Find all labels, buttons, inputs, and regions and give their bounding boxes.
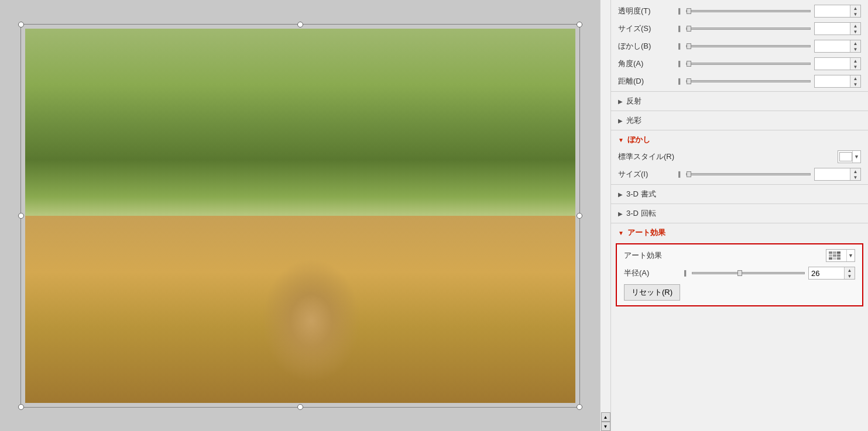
canvas-scrollbar: ▲ ▼ [600,0,610,431]
angle-input[interactable] [815,60,850,68]
image-content[interactable] [25,29,575,403]
grid-cell-7 [829,257,832,260]
grid-cell-5 [833,254,836,257]
size-i-slider[interactable] [686,173,811,175]
blur-b-slider[interactable] [686,45,811,47]
standard-style-button[interactable]: ▼ [838,150,861,163]
angle-up[interactable]: ▲ [850,58,860,64]
radius-slider[interactable] [692,272,805,274]
radius-input[interactable] [809,269,844,278]
blur-b-up[interactable]: ▲ [850,40,860,46]
reflection-section[interactable]: ▶ 反射 [611,93,868,109]
angle-label: 角度(A) [618,58,677,69]
grid-cell-8 [833,257,836,260]
blur-b-input[interactable] [815,42,850,51]
blur-b-slider-icon: ▐ [677,43,680,49]
size-i-down[interactable]: ▼ [850,174,860,180]
blur-b-arrows: ▲ ▼ [850,40,860,52]
art-effect-dropdown-arrow[interactable]: ▼ [846,250,853,261]
size-i-spinbox[interactable]: ▲ ▼ [814,168,861,181]
radius-label: 半径(A) [624,268,682,278]
transparency-up[interactable]: ▲ [850,5,860,11]
handle-bottom-center[interactable] [297,404,303,410]
style-dropdown-arrow[interactable]: ▼ [852,151,859,163]
reflection-arrow: ▶ [618,98,623,105]
threed-rotation-title: 3-D 回転 [626,208,656,219]
size-s-input[interactable] [815,25,850,33]
distance-row: 距離(D) ▐ ▲ ▼ [611,73,868,90]
handle-middle-right[interactable] [577,213,582,219]
transparency-slider[interactable] [686,10,811,12]
divider-4 [611,184,868,185]
blur-section-arrow: ▼ [618,137,624,143]
divider-6 [611,223,868,223]
standard-style-row: 標準スタイル(R) ▼ [611,148,868,165]
scroll-up-button[interactable]: ▲ [601,412,610,422]
size-s-label: サイズ(S) [618,23,677,34]
threed-format-section[interactable]: ▶ 3-D 書式 [611,186,868,202]
distance-input[interactable] [815,77,850,86]
blur-section-title: ぼかし [627,135,650,145]
glow-section[interactable]: ▶ 光彩 [611,112,868,129]
handle-top-right[interactable] [577,22,582,27]
size-s-up[interactable]: ▲ [850,23,860,29]
size-s-spinbox[interactable]: ▲ ▼ [814,22,861,35]
art-effect-grid-icon [828,250,842,261]
size-i-up[interactable]: ▲ [850,168,860,174]
art-effect-label: アート効果 [624,250,682,261]
art-effect-arrow: ▼ [618,230,624,236]
art-effect-button[interactable]: ▼ [826,249,855,262]
blur-b-label: ぼかし(B) [618,41,677,51]
glow-arrow: ▶ [618,118,623,124]
angle-arrows: ▲ ▼ [850,58,860,70]
radius-up[interactable]: ▲ [845,267,855,273]
size-s-slider[interactable] [686,27,811,30]
handle-top-center[interactable] [297,22,303,27]
distance-down[interactable]: ▼ [850,81,860,87]
art-effect-section[interactable]: ▼ アート効果 [611,225,868,241]
radius-row: 半径(A) ▐ ▲ ▼ [617,264,862,282]
transparency-spinbox[interactable]: ▲ ▼ [814,5,861,18]
threed-format-arrow: ▶ [618,191,623,198]
size-i-label: サイズ(I) [618,169,677,180]
size-s-down[interactable]: ▼ [850,29,860,35]
radius-spinbox[interactable]: ▲ ▼ [808,267,855,280]
style-icon [839,152,852,161]
blur-section[interactable]: ▼ ぼかし [611,132,868,148]
blur-b-spinbox[interactable]: ▲ ▼ [814,40,861,53]
reflection-title: 反射 [626,96,641,106]
glow-title: 光彩 [626,115,641,126]
reset-button[interactable]: リセット(R) [624,284,680,301]
handle-bottom-right[interactable] [577,404,582,410]
distance-slider[interactable] [686,80,811,82]
transparency-input[interactable] [815,7,850,16]
transparency-slider-icon: ▐ [677,8,680,14]
size-s-arrows: ▲ ▼ [850,23,860,35]
scroll-down-button[interactable]: ▼ [601,422,610,431]
grid-cell-9 [837,257,840,260]
distance-spinbox[interactable]: ▲ ▼ [814,75,861,88]
canvas-area [0,0,600,431]
image-frame [25,29,575,403]
distance-label: 距離(D) [618,76,677,87]
divider-1 [611,91,868,92]
distance-arrows: ▲ ▼ [850,75,860,87]
radius-arrows: ▲ ▼ [844,267,855,279]
size-s-row: サイズ(S) ▐ ▲ ▼ [611,20,868,37]
handle-bottom-left[interactable] [18,404,24,410]
size-i-input[interactable] [815,170,850,179]
threed-rotation-section[interactable]: ▶ 3-D 回転 [611,205,868,222]
angle-slider[interactable] [686,63,811,65]
handle-top-left[interactable] [18,22,24,27]
angle-spinbox[interactable]: ▲ ▼ [814,57,861,70]
standard-style-label: 標準スタイル(R) [618,151,677,162]
transparency-down[interactable]: ▼ [850,11,860,17]
radius-down[interactable]: ▼ [845,273,855,279]
blur-b-row: ぼかし(B) ▐ ▲ ▼ [611,37,868,55]
divider-3 [611,130,868,130]
grid-cell-3 [837,251,840,254]
handle-middle-left[interactable] [18,213,24,219]
angle-down[interactable]: ▼ [850,64,860,70]
distance-up[interactable]: ▲ [850,75,860,81]
blur-b-down[interactable]: ▼ [850,46,860,52]
